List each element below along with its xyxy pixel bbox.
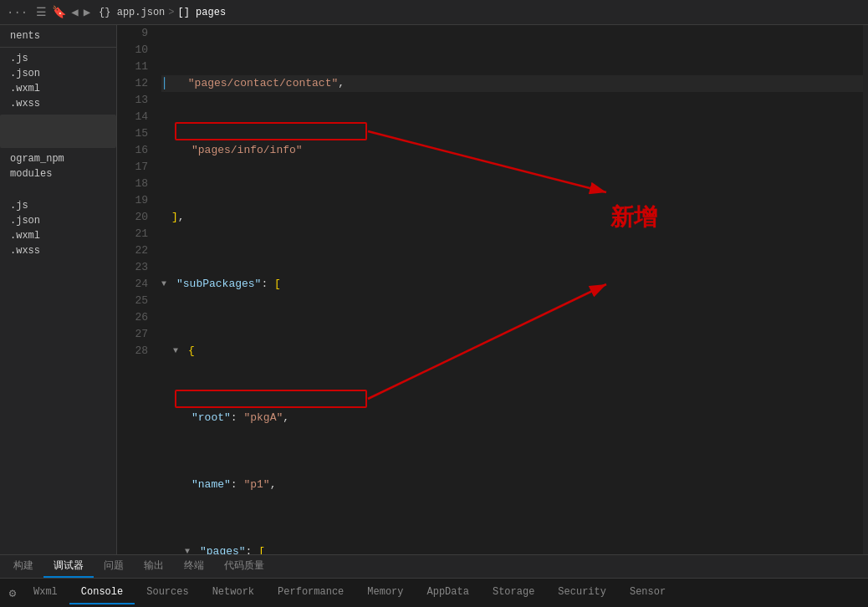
devtab-console[interactable]: Console (69, 581, 135, 604)
devtools-icon[interactable]: ⚙ (3, 579, 22, 608)
line-num-18: 18 (117, 176, 148, 192)
code-line-14: "root": "pkgA", (161, 410, 863, 426)
red-box-p1 (175, 122, 367, 140)
line-num-22: 22 (117, 242, 148, 259)
tab-code-quality[interactable]: 代码质量 (214, 555, 274, 578)
line-num-20: 20 (117, 209, 148, 226)
editor-area: 9 10 11 12 13 14 15 16 17 18 19 20 21 22… (117, 25, 868, 554)
line-num-28: 28 (117, 343, 148, 360)
line-num-17: 17 (117, 159, 148, 176)
line-num-10: 10 (117, 42, 148, 59)
line-num-12: 12 (117, 75, 148, 92)
line-num-14: 14 (117, 109, 148, 125)
bottom-tabs-bar: 构建 调试器 问题 输出 终端 代码质量 (0, 554, 868, 578)
tab-problems[interactable]: 问题 (94, 555, 134, 578)
svg-line-2 (368, 131, 606, 192)
red-box-p2 (175, 390, 367, 408)
devtools-tabs-bar: ⚙ Wxml Console Sources Network Performan… (0, 578, 868, 607)
minimap (863, 25, 868, 554)
top-bar: ··· ☰ 🔖 ◀ ▶ {} app.json > [] pages (0, 0, 868, 25)
sidebar-item-json2[interactable]: .json (0, 213, 116, 228)
sidebar-item-json1[interactable]: .json (0, 66, 116, 81)
devtab-wxml[interactable]: Wxml (22, 581, 69, 604)
list-icon[interactable]: ☰ (36, 5, 47, 19)
devtab-network[interactable]: Network (201, 581, 266, 604)
line-num-15: 15 (117, 125, 148, 142)
tab-output[interactable]: 输出 (134, 555, 174, 578)
line-num-9: 9 (117, 25, 148, 42)
devtab-appdata[interactable]: AppData (416, 581, 481, 604)
sidebar-item-modules[interactable]: modules (0, 166, 116, 181)
breadcrumb: {} app.json > [] pages (99, 7, 226, 18)
devtab-sensor[interactable]: Sensor (618, 581, 677, 604)
devtab-performance[interactable]: Performance (266, 581, 355, 604)
breadcrumb-sep-1: > (168, 7, 174, 18)
devtab-storage[interactable]: Storage (481, 581, 546, 604)
sidebar-divider-1 (0, 47, 116, 48)
main-area: nents .js .json .wxml .wxss ogram_npm mo… (0, 25, 868, 554)
line-num-24: 24 (117, 276, 148, 293)
code-line-10: "pages/info/info" (161, 142, 863, 159)
sidebar-item-npm[interactable]: ogram_npm (0, 151, 116, 166)
code-content: │ "pages/contact/contact", "pages/info/i… (155, 25, 863, 554)
tab-debugger[interactable]: 调试器 (43, 555, 94, 578)
line-numbers: 9 10 11 12 13 14 15 16 17 18 19 20 21 22… (117, 25, 155, 554)
bookmark-icon[interactable]: 🔖 (52, 5, 66, 19)
sidebar-item-wxml1[interactable]: .wxml (0, 81, 116, 96)
breadcrumb-item-1[interactable]: {} app.json (99, 7, 165, 18)
devtab-security[interactable]: Security (546, 581, 618, 604)
line-num-26: 26 (117, 309, 148, 326)
devtab-memory[interactable]: Memory (355, 581, 415, 604)
tab-terminal[interactable]: 终端 (174, 555, 214, 578)
line-num-16: 16 (117, 142, 148, 159)
nav-forward-icon[interactable]: ▶ (84, 5, 90, 19)
line-num-11: 11 (117, 59, 148, 75)
breadcrumb-item-2[interactable]: [] pages (178, 7, 227, 18)
code-line-11: ], (161, 209, 863, 226)
tab-build[interactable]: 构建 (3, 555, 43, 578)
code-container: 9 10 11 12 13 14 15 16 17 18 19 20 21 22… (117, 25, 868, 554)
line-num-13: 13 (117, 92, 148, 109)
line-num-27: 27 (117, 326, 148, 343)
code-line-12: ▼ "subPackages": [ (161, 276, 863, 293)
sidebar: nents .js .json .wxml .wxss ogram_npm mo… (0, 25, 117, 554)
code-line-16: ▼ "pages": [ (161, 543, 863, 554)
code-line-13: ▼ { (161, 343, 863, 360)
sidebar-item-js1[interactable]: .js (0, 51, 116, 66)
line-num-25: 25 (117, 293, 148, 309)
code-line-9: │ "pages/contact/contact", (161, 75, 863, 92)
sidebar-item-nents[interactable]: nents (0, 28, 116, 43)
sidebar-item-js2[interactable]: .js (0, 198, 116, 213)
nav-back-icon[interactable]: ◀ (71, 5, 78, 19)
line-num-19: 19 (117, 192, 148, 209)
more-dots[interactable]: ··· (7, 6, 28, 19)
nav-icons: ☰ 🔖 ◀ ▶ (36, 5, 90, 19)
sidebar-item-wxss2[interactable]: .wxss (0, 243, 116, 258)
code-line-15: "name": "p1", (161, 477, 863, 493)
sidebar-item-wxml2[interactable]: .wxml (0, 228, 116, 243)
line-num-23: 23 (117, 259, 148, 276)
svg-line-3 (368, 284, 606, 399)
sidebar-item-wxss1[interactable]: .wxss (0, 96, 116, 111)
line-num-21: 21 (117, 226, 148, 242)
devtab-sources[interactable]: Sources (135, 581, 200, 604)
